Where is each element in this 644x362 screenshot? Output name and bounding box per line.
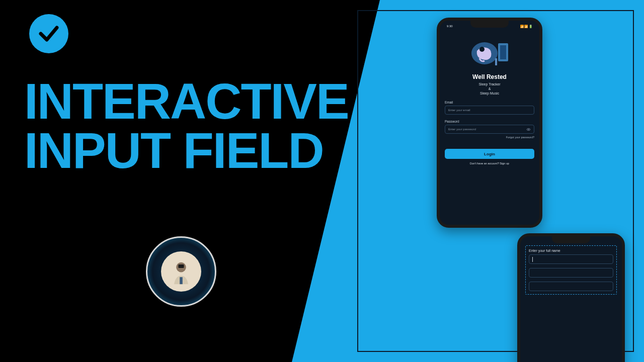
sleep-illustration xyxy=(467,33,512,70)
person-icon xyxy=(167,257,195,286)
phone-input-mockup: Enter your full name xyxy=(517,233,625,362)
checkmark-icon xyxy=(37,22,61,46)
text-cursor xyxy=(532,257,533,262)
phone-notch xyxy=(470,21,509,28)
svg-point-9 xyxy=(528,129,529,130)
signup-prompt: Don't have an account? Sign up xyxy=(445,162,534,165)
title-line-2: INPUT FIELD xyxy=(24,126,349,175)
password-field[interactable]: Enter your password xyxy=(445,125,534,134)
password-placeholder: Enter your password xyxy=(448,128,476,131)
email-field[interactable]: Enter your email xyxy=(445,106,534,115)
login-button[interactable]: Login xyxy=(445,149,534,159)
email-placeholder: Enter your email xyxy=(448,109,470,112)
svg-rect-6 xyxy=(500,45,506,59)
status-time: 9:30 xyxy=(447,25,453,28)
signup-link[interactable]: Sign up xyxy=(500,162,509,165)
app-subtitle: Sleep Tracker & Sleep Music xyxy=(445,82,534,96)
phone-login-mockup: 9:30 📶 📶 🔋 Well Rested Sleep Tracker & S… xyxy=(437,18,542,228)
svg-rect-1 xyxy=(178,264,184,268)
eye-icon[interactable] xyxy=(526,127,531,132)
avatar-inner xyxy=(161,251,201,292)
email-label: Email xyxy=(445,101,534,104)
phone-notch xyxy=(552,236,590,243)
forgot-password-link[interactable]: Forgot your password? xyxy=(445,136,534,139)
blank-field-2[interactable] xyxy=(529,282,613,291)
check-badge xyxy=(29,14,68,53)
svg-rect-2 xyxy=(180,277,183,284)
app-title: Well Rested xyxy=(445,73,534,80)
svg-rect-7 xyxy=(495,58,497,65)
title-block: INTERACTIVE INPUT FIELD xyxy=(24,76,349,175)
blank-field-1[interactable] xyxy=(529,268,613,278)
fullname-label: Enter your full name xyxy=(529,249,613,252)
email-group: Email Enter your email xyxy=(445,101,534,115)
status-icons: 📶 📶 🔋 xyxy=(520,25,532,28)
fullname-field[interactable] xyxy=(529,254,613,264)
password-label: Password xyxy=(445,120,534,123)
svg-point-4 xyxy=(479,47,485,52)
dashed-selection: Enter your full name xyxy=(525,245,617,295)
avatar xyxy=(146,236,216,307)
password-group: Password Enter your password xyxy=(445,120,534,134)
title-line-1: INTERACTIVE xyxy=(24,76,349,126)
